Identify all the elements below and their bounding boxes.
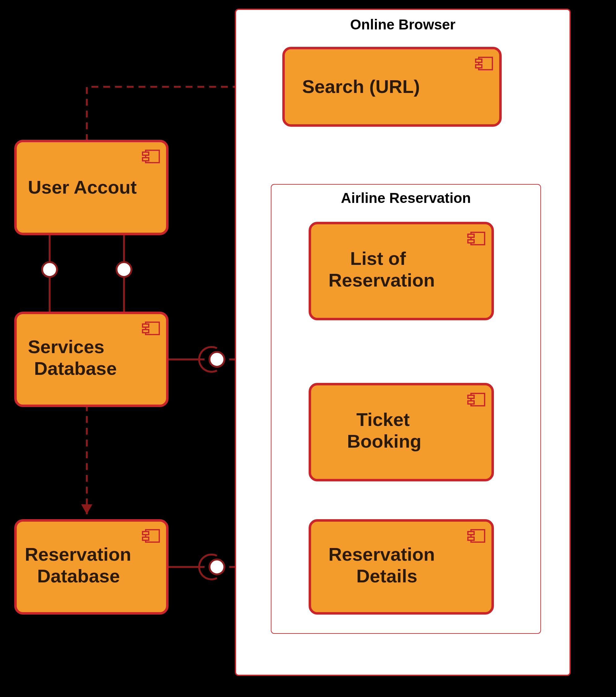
component-label: User Accout	[28, 177, 137, 198]
connector-services-to-reservation	[81, 404, 92, 514]
svg-point-5	[117, 262, 131, 277]
component-label-1: Reservation	[25, 544, 131, 565]
component-label-2: Database	[37, 566, 120, 587]
svg-point-3	[42, 262, 57, 277]
component-user-account: User Accout	[15, 141, 167, 234]
component-label-2: Database	[34, 358, 117, 379]
interface-user-services-left	[42, 234, 57, 313]
component-label-2: Details	[356, 566, 417, 587]
component-label-2: Booking	[347, 431, 421, 452]
component-reservation-details: Reservation Details	[310, 520, 493, 613]
component-label-1: Services	[28, 337, 104, 357]
component-ticket-booking: Ticket Booking	[310, 384, 493, 480]
frame-online-browser-title: Online Browser	[350, 16, 455, 32]
component-list-of-reservation: List of Reservation	[310, 223, 493, 319]
component-search-url: Search (URL)	[283, 48, 500, 125]
svg-marker-1	[81, 504, 92, 514]
component-services-database: Services Database	[15, 313, 167, 406]
component-label-2: Reservation	[328, 270, 435, 291]
svg-point-7	[209, 352, 224, 367]
component-label-1: List of	[350, 248, 406, 269]
interface-user-services-right	[117, 234, 131, 313]
svg-point-9	[209, 560, 224, 574]
component-label-1: Ticket	[356, 409, 410, 430]
diagram-canvas: Online Browser Airline Reservation User …	[0, 0, 616, 697]
component-label-1: Reservation	[328, 544, 435, 565]
component-label: Search (URL)	[302, 76, 420, 97]
component-reservation-database: Reservation Database	[15, 520, 167, 613]
frame-airline-reservation-title: Airline Reservation	[341, 190, 471, 206]
